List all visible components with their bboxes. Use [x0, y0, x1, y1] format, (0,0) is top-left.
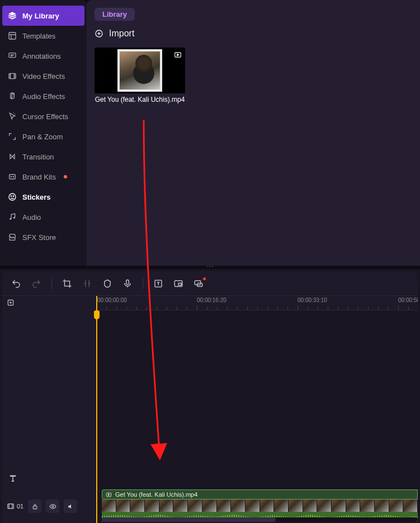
sidebar-item-my-library[interactable]: My Library	[2, 6, 84, 26]
sidebar-item-label: SFX Store	[22, 233, 56, 242]
plus-circle-icon	[95, 29, 103, 38]
sidebar-item-brand-kits[interactable]: Brand Kits	[0, 167, 87, 187]
template-icon	[8, 31, 17, 40]
track-controls: 01	[2, 489, 96, 523]
time-ruler[interactable]: 00:00:00:00 00:00:16:20 00:00:33:10 00:0…	[96, 296, 418, 310]
playhead[interactable]	[96, 296, 97, 523]
lock-button[interactable]	[28, 500, 41, 513]
mic-button[interactable]	[122, 279, 133, 289]
annotation-icon	[8, 51, 17, 60]
media-thumbnail	[95, 48, 185, 93]
clip-type-icon	[106, 492, 112, 498]
frames-strip	[102, 500, 418, 512]
svg-rect-2	[9, 73, 16, 78]
sidebar-item-label: Video Effects	[22, 72, 65, 81]
sidebar-item-audio[interactable]: Audio	[0, 207, 87, 227]
panel-splitter[interactable]	[0, 266, 420, 269]
new-badge-dot	[64, 175, 67, 178]
sidebar-item-templates[interactable]: Templates	[0, 26, 87, 46]
text-track-button[interactable]	[2, 467, 96, 489]
svg-rect-17	[178, 283, 181, 285]
sidebar-item-label: Templates	[22, 32, 55, 40]
tab-library[interactable]: Library	[95, 8, 135, 21]
svg-point-5	[11, 176, 11, 177]
svg-rect-4	[10, 175, 16, 179]
video-track: Get You (feat. Kali Uchis).mp4	[96, 489, 418, 514]
sidebar-item-pan-zoom[interactable]: Pan & Zoom	[0, 126, 87, 147]
marker-button[interactable]	[102, 279, 112, 289]
pan-zoom-icon	[8, 132, 17, 141]
undo-button[interactable]	[11, 279, 21, 289]
svg-point-6	[13, 176, 13, 177]
record-indicator-dot	[203, 277, 206, 280]
sidebar-item-audio-effects[interactable]: Audio Effects	[0, 86, 87, 106]
sidebar-item-label: Audio	[22, 213, 41, 222]
track-index: 01	[7, 502, 23, 510]
audio-icon	[8, 213, 17, 222]
library-panel: Library Import Get You (feat. Kali Uchis	[87, 0, 420, 266]
svg-point-10	[10, 218, 11, 220]
media-clip[interactable]: Get You (feat. Kali Uchis).mp4	[95, 48, 185, 103]
sidebar-item-label: Cursor Effects	[22, 112, 68, 121]
video-fx-icon	[8, 72, 17, 81]
sidebar-item-label: Transition	[22, 153, 54, 161]
sidebar-item-label: Brand Kits	[22, 173, 56, 181]
audio-fx-icon	[8, 92, 17, 101]
sidebar-item-stickers[interactable]: Stickers	[0, 187, 87, 207]
split-button[interactable]	[82, 279, 92, 289]
import-label: Import	[109, 29, 134, 39]
svg-point-11	[13, 217, 15, 219]
text-button[interactable]	[153, 279, 163, 289]
svg-point-23	[52, 505, 54, 507]
mute-button[interactable]	[64, 500, 77, 513]
sidebar-item-annotations[interactable]: Annotations	[0, 46, 87, 66]
transition-icon	[8, 152, 17, 161]
timeline-panel: 01 00:00:00:00 00:00:16:20 00:00:33:10 0…	[2, 271, 418, 523]
timeline-scrollbar[interactable]	[102, 517, 418, 522]
cursor-fx-icon	[8, 112, 17, 121]
video-badge-icon	[174, 51, 182, 59]
sidebar-item-label: Stickers	[22, 193, 51, 201]
media-clip-title: Get You (feat. Kali Uchis).mp4	[95, 96, 185, 103]
sfx-store-icon	[8, 233, 17, 242]
timeline-toolbar	[2, 271, 418, 296]
scrollbar-thumb[interactable]	[102, 517, 276, 522]
stickers-icon	[8, 192, 17, 201]
ruler-mark: 00:00:33:10	[298, 297, 327, 303]
sidebar-item-label: Pan & Zoom	[22, 133, 63, 141]
svg-rect-14	[126, 280, 129, 284]
layers-icon	[8, 11, 17, 20]
pip-button[interactable]	[173, 279, 183, 289]
svg-point-7	[9, 194, 16, 200]
timeline-clip[interactable]: Get You (feat. Kali Uchis).mp4	[102, 489, 418, 500]
sidebar-item-label: My Library	[22, 12, 59, 20]
media-gallery: Get You (feat. Kali Uchis).mp4	[95, 48, 412, 103]
sidebar: My Library Templates Annotations Video E…	[0, 0, 87, 266]
svg-rect-22	[33, 506, 37, 508]
ruler-mark: 00:00:16:20	[197, 297, 226, 303]
svg-rect-0	[9, 32, 16, 39]
crop-button[interactable]	[62, 279, 72, 289]
import-button[interactable]: Import	[95, 29, 412, 39]
sidebar-item-video-effects[interactable]: Video Effects	[0, 66, 87, 86]
tracks-header: 01	[2, 296, 96, 523]
sidebar-item-transition[interactable]: Transition	[0, 147, 87, 167]
record-screen-button[interactable]	[194, 279, 204, 289]
sidebar-item-cursor-effects[interactable]: Cursor Effects	[0, 106, 87, 126]
add-track-button[interactable]	[2, 296, 96, 309]
sidebar-item-sfx-store[interactable]: SFX Store	[0, 227, 87, 247]
visibility-button[interactable]	[46, 500, 59, 513]
brand-kits-icon	[8, 172, 17, 181]
tab-bar: Library	[95, 8, 412, 21]
ruler-mark: 00:00:00:00	[97, 297, 127, 303]
tracks-area[interactable]: 00:00:00:00 00:00:16:20 00:00:33:10 00:0…	[96, 296, 418, 523]
redo-button[interactable]	[31, 279, 41, 289]
svg-point-8	[11, 196, 11, 196]
svg-point-9	[13, 196, 13, 196]
timeline-clip-label: Get You (feat. Kali Uchis).mp4	[115, 491, 197, 498]
ruler-mark: 00:00:50:00	[398, 297, 418, 303]
sidebar-item-label: Annotations	[22, 52, 61, 60]
sidebar-item-label: Audio Effects	[22, 92, 65, 101]
svg-rect-21	[8, 504, 14, 508]
